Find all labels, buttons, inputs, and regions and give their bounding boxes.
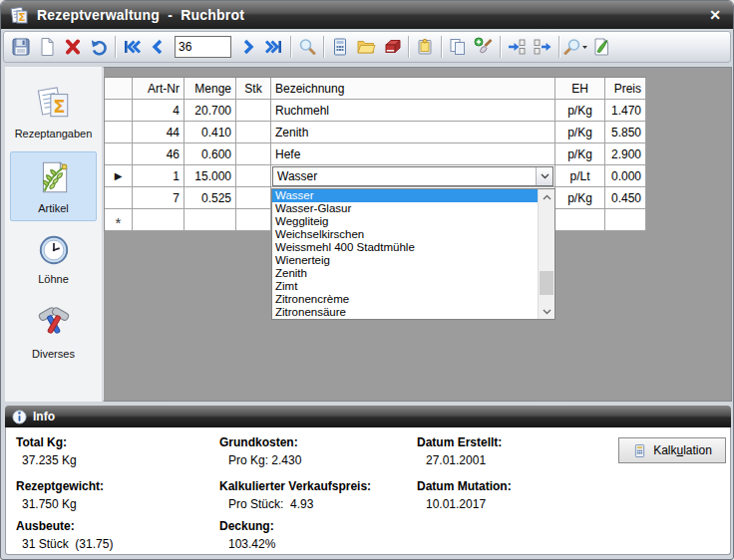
cell-artnr[interactable]: 4 xyxy=(133,100,184,122)
cell-menge[interactable]: 15.000 xyxy=(184,165,236,187)
import-button[interactable] xyxy=(504,34,530,60)
total-kg-value: 37.235 Kg xyxy=(22,453,77,467)
edit-page-button[interactable] xyxy=(588,34,614,60)
dropdown-scrollbar[interactable] xyxy=(538,189,554,319)
dropdown-item[interactable]: Zenith xyxy=(272,267,538,280)
dropdown-item[interactable]: Wasser-Glasur xyxy=(272,202,538,215)
toolbar-separator xyxy=(115,36,116,58)
cell-preis[interactable]: 1.470 xyxy=(605,100,646,122)
row-selector[interactable] xyxy=(105,187,133,209)
cell-bezeichnung[interactable]: Ruchmehl xyxy=(271,100,555,122)
cell-stk[interactable] xyxy=(236,143,271,165)
dropdown-item[interactable]: Zitronencrème xyxy=(272,293,538,306)
cell-menge[interactable]: 20.700 xyxy=(184,100,236,122)
kalkulation-button[interactable]: Kalkulation xyxy=(618,437,726,463)
last-record-button[interactable] xyxy=(261,34,287,60)
first-record-button[interactable] xyxy=(119,34,145,60)
book-button[interactable] xyxy=(379,34,405,60)
scroll-up-icon[interactable] xyxy=(539,189,554,204)
new-row-selector[interactable]: * xyxy=(105,209,133,231)
cell-preis[interactable]: 2.900 xyxy=(605,143,646,165)
cell-artnr[interactable] xyxy=(133,209,184,231)
cell-eh[interactable]: p/Kg xyxy=(555,187,605,209)
toolbar-separator xyxy=(290,36,291,58)
table-row-current[interactable]: ▶ 1 15.000 Wasser p/Lt 0.000 xyxy=(105,165,646,187)
cell-eh[interactable]: p/Kg xyxy=(555,143,605,165)
export-icon xyxy=(533,37,552,57)
grid-header-menge[interactable]: Menge xyxy=(184,78,236,100)
combobox-value: Wasser xyxy=(273,169,536,183)
cell-preis[interactable]: 5.850 xyxy=(605,122,646,143)
cell-preis[interactable]: 0.450 xyxy=(605,187,646,209)
close-button[interactable]: ✕ xyxy=(705,5,725,25)
cell-artnr[interactable]: 7 xyxy=(133,187,184,209)
sidebar-item-diverses[interactable]: Diverses xyxy=(10,297,97,367)
new-record-button[interactable] xyxy=(34,34,60,60)
cell-preis[interactable]: 0.000 xyxy=(605,165,646,187)
cell-stk[interactable] xyxy=(236,122,271,143)
cell-bezeichnung[interactable]: Hefe xyxy=(271,143,555,165)
cell-menge[interactable]: 0.410 xyxy=(184,122,236,143)
cell-artnr[interactable]: 46 xyxy=(133,143,184,165)
sidebar-item-artikel[interactable]: Artikel xyxy=(10,151,97,221)
grid-header-preis[interactable]: Preis xyxy=(605,78,646,100)
open-folder-button[interactable] xyxy=(353,34,379,60)
previous-record-button[interactable] xyxy=(145,34,171,60)
search-dropdown-button[interactable] xyxy=(562,34,588,60)
search-button[interactable] xyxy=(294,34,320,60)
current-row-selector[interactable]: ▶ xyxy=(105,165,133,187)
cell-eh[interactable]: p/Kg xyxy=(555,122,605,143)
dropdown-item[interactable]: Weichselkirschen xyxy=(272,228,538,241)
scrollbar-thumb[interactable] xyxy=(540,271,553,295)
record-number-input[interactable] xyxy=(175,36,231,58)
grid-header-eh[interactable]: EH xyxy=(555,78,605,100)
grid-header-artnr[interactable]: Art-Nr xyxy=(133,78,184,100)
bezeichnung-combobox[interactable]: Wasser xyxy=(272,166,553,186)
cell-eh[interactable]: p/Lt xyxy=(555,165,605,187)
cell-eh[interactable] xyxy=(555,209,605,231)
scroll-down-icon[interactable] xyxy=(539,304,554,319)
calculator-button[interactable] xyxy=(327,34,353,60)
cell-eh[interactable]: p/Kg xyxy=(555,100,605,122)
cell-stk[interactable] xyxy=(236,100,271,122)
dropdown-item[interactable]: Weissmehl 400 Stadtmühle xyxy=(272,241,538,254)
next-record-button[interactable] xyxy=(235,34,261,60)
cell-artnr[interactable]: 44 xyxy=(133,122,184,143)
sidebar-item-rezeptangaben[interactable]: Σ Rezeptangaben xyxy=(10,77,97,146)
delete-record-button[interactable] xyxy=(60,34,86,60)
info-icon xyxy=(12,410,27,424)
cell-artnr[interactable]: 1 xyxy=(133,165,184,187)
row-selector[interactable] xyxy=(105,100,133,122)
undo-button[interactable] xyxy=(86,34,112,60)
edit-brush-button[interactable] xyxy=(471,34,497,60)
cell-bezeichnung[interactable]: Zenith xyxy=(271,122,555,143)
table-row[interactable]: 44 0.410 Zenith p/Kg 5.850 xyxy=(105,122,646,143)
dropdown-item[interactable]: Wasser xyxy=(272,189,538,202)
cell-menge[interactable] xyxy=(184,209,236,231)
new-document-icon xyxy=(37,37,57,57)
copy-button[interactable] xyxy=(445,34,471,60)
dropdown-item[interactable]: Weggliteig xyxy=(272,215,538,228)
cell-stk[interactable] xyxy=(236,209,271,231)
title-bar: Σ Rezeptverwaltung - Ruchbrot ✕ xyxy=(1,1,733,29)
combobox-dropdown-button[interactable] xyxy=(536,167,552,185)
cell-menge[interactable]: 0.525 xyxy=(184,187,236,209)
row-selector[interactable] xyxy=(105,122,133,143)
note-button[interactable] xyxy=(412,34,438,60)
export-button[interactable] xyxy=(530,34,555,60)
next-record-icon xyxy=(238,37,258,57)
cell-menge[interactable]: 0.600 xyxy=(184,143,236,165)
sidebar-item-loehne[interactable]: Löhne xyxy=(10,226,97,292)
grid-header-stk[interactable]: Stk xyxy=(236,78,271,100)
grid-header-bezeichnung[interactable]: Bezeichnung xyxy=(271,78,555,100)
cell-preis[interactable] xyxy=(605,209,646,231)
dropdown-item[interactable]: Zimt xyxy=(272,280,538,293)
table-row[interactable]: 4 20.700 Ruchmehl p/Kg 1.470 xyxy=(105,100,646,122)
dropdown-item[interactable]: Wienerteig xyxy=(272,254,538,267)
cell-stk[interactable] xyxy=(236,187,271,209)
save-button[interactable] xyxy=(8,34,34,60)
row-selector[interactable] xyxy=(105,143,133,165)
table-row[interactable]: 46 0.600 Hefe p/Kg 2.900 xyxy=(105,143,646,165)
cell-stk[interactable] xyxy=(236,165,271,187)
dropdown-item[interactable]: Zitronensäure xyxy=(272,306,538,319)
